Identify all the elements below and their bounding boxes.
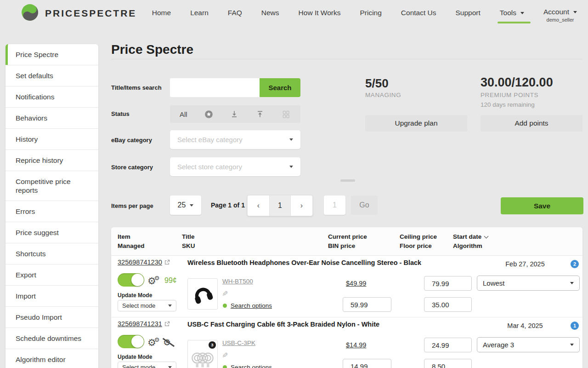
chevron-down-icon [570,282,574,284]
sidebar-item-schedule-downtimes[interactable]: Schedule downtimes [6,328,98,349]
algorithm-select[interactable]: Average 3 [477,337,580,352]
header-sku: SKU [182,242,195,251]
nav-account-menu[interactable]: Account demo_seller [543,8,577,23]
status-filter-all[interactable]: All [180,110,187,118]
nav-news[interactable]: News [261,9,279,17]
chevron-down-icon [168,305,172,307]
sidebar-item-pseudo-import[interactable]: Pseudo Import [6,306,98,328]
table-header: Item Managed Title SKU Current price BIN… [111,227,582,256]
product-image-cables[interactable]: 3 [187,340,218,368]
store-category-select[interactable]: Select store category [170,157,300,176]
download-icon[interactable] [230,109,239,119]
current-price-link[interactable]: $14.99 [346,341,366,349]
sidebar-item-import[interactable]: Import [6,285,98,306]
search-button[interactable]: Search [260,78,300,97]
items-per-page-select[interactable]: 25 [170,196,201,215]
goto-page-input[interactable] [324,196,345,215]
items-per-page-label: Items per page [111,202,153,209]
sidebar-item-algorithm-editor[interactable]: Algorithm editor [6,349,98,368]
sidebar: Price Spectre Set defaults Notifications… [6,44,98,368]
upload-icon[interactable] [255,109,265,119]
managed-toggle[interactable] [118,335,144,348]
nav-tools-menu[interactable]: Tools [500,9,524,17]
sidebar-item-reprice-history[interactable]: Reprice history [6,150,98,171]
brand-logo[interactable]: PRICESPECTRE [21,4,136,23]
nav-how-it-works[interactable]: How It Works [299,9,341,17]
upgrade-plan-button[interactable]: Upgrade plan [365,115,467,132]
gears-icon[interactable]: ⚙⚙ [147,336,159,348]
sidebar-item-export[interactable]: Export [6,264,98,285]
nav-pricing[interactable]: Pricing [360,9,381,17]
sidebar-item-behaviors[interactable]: Behaviors [6,107,98,128]
badge-icon[interactable] [204,109,214,119]
algorithm-select[interactable]: Lowest [477,276,580,291]
nav-faq[interactable]: FAQ [228,9,242,17]
nav-learn[interactable]: Learn [190,9,209,17]
chevron-down-icon [168,366,172,368]
sidebar-item-notifications[interactable]: Notifications [6,86,98,107]
sku-link[interactable]: USB-C-3PK [222,339,255,346]
header-bin-price: BIN price [328,242,367,251]
header-ceiling-price: Ceiling price [400,232,437,242]
item-id-link[interactable]: 325698741231 [118,320,170,328]
current-page-button[interactable]: 1 [269,196,291,216]
bin-price-input[interactable] [343,359,391,368]
status-dot-icon [223,304,227,308]
pager: ‹ 1 › [247,195,313,216]
sidebar-item-price-suggest[interactable]: Price suggest [6,222,98,243]
notification-badge[interactable]: 1 [571,322,579,330]
sku-link[interactable]: WH-BT500 [222,278,253,285]
edit-pencil-icon[interactable]: ✎ [222,351,228,360]
bin-price-input[interactable] [343,297,391,312]
floor-price-input[interactable] [424,359,472,368]
product-image-headphones[interactable] [187,278,218,310]
price-note: 99¢ [164,276,177,285]
item-title: USB-C Fast Charging Cable 6ft 3-Pack Bra… [187,321,379,328]
sidebar-item-competitive-price-reports[interactable]: Competitive price reports [6,171,98,201]
sidebar-item-history[interactable]: History [6,128,98,150]
floor-price-input[interactable] [424,297,472,312]
items-per-page-value: 25 [178,201,186,209]
update-mode-select[interactable]: Select mode [118,300,176,311]
next-page-button[interactable]: › [291,196,312,216]
active-nav-indicator [498,22,531,23]
header-title: Title [182,232,195,242]
save-button[interactable]: Save [501,197,583,214]
chevron-down-icon [573,11,577,13]
notification-badge[interactable]: 2 [571,260,579,268]
managed-toggle[interactable] [118,273,144,287]
search-input[interactable] [170,78,260,97]
nav-account-label: Account [543,8,569,16]
prev-page-button[interactable]: ‹ [248,196,269,216]
title-divider [111,59,582,59]
ceiling-price-input[interactable] [424,276,472,291]
panel-resize-handle[interactable] [340,179,355,182]
sidebar-item-price-spectre[interactable]: Price Spectre [6,44,98,65]
sidebar-item-set-defaults[interactable]: Set defaults [6,65,98,86]
current-price-link[interactable]: $49.99 [346,280,366,287]
chevron-down-icon [520,12,524,14]
search-options-link[interactable]: Search options [223,302,272,309]
table-row: 325698741230 Wireless Bluetooth Headphon… [111,256,582,317]
go-button[interactable]: Go [351,196,378,215]
chevron-down-icon [289,138,293,141]
add-points-button[interactable]: Add points [481,115,582,132]
gears-icon[interactable]: ⚙⚙ [147,275,159,287]
ebay-category-select[interactable]: Select eBay category [170,130,300,149]
nav-home[interactable]: Home [152,9,171,17]
update-mode-select[interactable]: Select mode [118,362,176,368]
item-id-link[interactable]: 325698741230 [118,259,170,266]
status-dot-icon [223,365,227,368]
status-filter-group: All [170,105,300,123]
sidebar-item-errors[interactable]: Errors [6,201,98,222]
sidebar-item-shortcuts[interactable]: Shortcuts [6,243,98,264]
nav-contact-us[interactable]: Contact Us [401,9,436,17]
header-start-date[interactable]: Start date [453,232,488,242]
edit-pencil-icon[interactable]: ✎ [222,289,228,298]
ceiling-price-input[interactable] [424,338,472,352]
gears-disabled-icon[interactable]: ⚙ [163,337,171,348]
grid-icon[interactable] [281,109,291,119]
search-options-link[interactable]: Search options [223,364,272,368]
nav-support[interactable]: Support [456,9,481,17]
points-days-remaining: 120 days remaining [481,101,535,108]
